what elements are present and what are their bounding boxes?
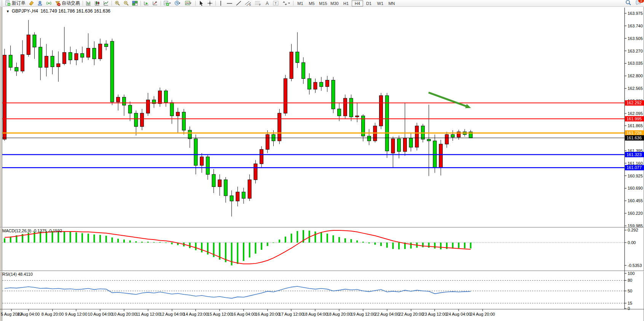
- signals-icon: [46, 0, 52, 6]
- svg-text:161.865: 161.865: [628, 123, 643, 128]
- zoom-in-button[interactable]: [113, 0, 122, 6]
- svg-text:100: 100: [628, 271, 634, 276]
- ohlc-values: 161.749 161.786 161.636 161.636: [41, 8, 111, 14]
- objects-list-icon: [152, 0, 158, 6]
- svg-text:161.995: 161.995: [626, 117, 642, 121]
- timeframe-H4[interactable]: H4: [352, 0, 363, 6]
- svg-text:163.270: 163.270: [628, 49, 643, 53]
- svg-text:F: F: [259, 3, 261, 6]
- timeframe-bar: M1M5M15M30H1H4D1W1MN: [295, 0, 397, 6]
- market-watch-button[interactable]: [36, 0, 45, 6]
- notification-badge: 1: [638, 0, 644, 3]
- svg-text:0.00: 0.00: [628, 240, 636, 245]
- tile-windows-button[interactable]: [131, 0, 139, 6]
- zoom-out-icon: [123, 0, 129, 6]
- fibonacci-icon: F: [255, 0, 261, 6]
- svg-text:160.455: 160.455: [628, 198, 643, 203]
- svg-text:163.035: 163.035: [628, 61, 643, 65]
- timeframe-M1[interactable]: M1: [295, 0, 306, 6]
- trendline-button[interactable]: [234, 0, 243, 6]
- svg-text:E: E: [249, 3, 251, 6]
- svg-text:163.740: 163.740: [628, 24, 643, 28]
- zoom-in-icon: [115, 0, 120, 6]
- vertical-line-button[interactable]: [217, 0, 225, 6]
- svg-text:A: A: [266, 1, 269, 6]
- template-icon: [185, 0, 193, 6]
- svg-text:163.975: 163.975: [628, 11, 643, 16]
- svg-text:22 Aug 04:00: 22 Aug 04:00: [375, 312, 400, 316]
- crosshair-icon: [207, 0, 213, 6]
- arrows-dropdown[interactable]: [281, 0, 292, 6]
- timeframe-M30[interactable]: M30: [329, 0, 340, 6]
- trendline-icon: [236, 0, 242, 6]
- new-chart-icon: [164, 0, 171, 6]
- svg-text:11 Aug 12:00: 11 Aug 12:00: [136, 312, 160, 316]
- autotrading-icon: [55, 0, 61, 6]
- svg-text:24 Aug 04:00: 24 Aug 04:00: [446, 312, 471, 316]
- templates-dropdown[interactable]: [183, 0, 194, 6]
- timeframe-D1[interactable]: D1: [363, 0, 375, 6]
- svg-text:15: 15: [628, 301, 632, 305]
- zoom-out-button[interactable]: [122, 0, 131, 6]
- svg-text:8 Aug 04:00: 8 Aug 04:00: [18, 312, 40, 316]
- signals-button[interactable]: [45, 0, 53, 6]
- svg-text:162.292: 162.292: [626, 101, 642, 105]
- svg-text:16 Aug 20:00: 16 Aug 20:00: [255, 312, 280, 316]
- timeframe-MN[interactable]: MN: [386, 0, 397, 6]
- market-watch-icon: [37, 0, 43, 6]
- svg-text:161.160: 161.160: [628, 161, 643, 166]
- svg-text:22 Aug 20:00: 22 Aug 20:00: [399, 312, 424, 316]
- toolbar-grip[interactable]: [1, 1, 3, 6]
- svg-text:160.690: 160.690: [628, 186, 643, 190]
- new-chart-dropdown[interactable]: [162, 0, 173, 6]
- main-toolbar: 新订单 自动交易: [0, 0, 644, 7]
- svg-text:162.095: 162.095: [628, 111, 643, 116]
- periods-dropdown[interactable]: [173, 0, 183, 6]
- candlestick-chart-button[interactable]: [93, 0, 102, 6]
- svg-text:23 Aug 12:00: 23 Aug 12:00: [422, 312, 447, 316]
- objects-list-button[interactable]: [151, 0, 159, 6]
- svg-text:18 Aug 20:00: 18 Aug 20:00: [327, 312, 352, 316]
- crosshair-button[interactable]: [206, 0, 214, 6]
- line-chart-icon: [103, 0, 109, 6]
- timeframe-M5[interactable]: M5: [306, 0, 317, 6]
- quotes-button[interactable]: [27, 0, 36, 6]
- text-label-button[interactable]: T: [271, 0, 281, 6]
- text-button[interactable]: A: [263, 0, 271, 6]
- timeframe-W1[interactable]: W1: [375, 0, 386, 6]
- svg-text:160.925: 160.925: [628, 174, 643, 178]
- equidistant-channel-button[interactable]: E: [243, 0, 253, 6]
- line-chart-button[interactable]: [102, 0, 110, 6]
- timeframe-H1[interactable]: H1: [340, 0, 352, 6]
- autotrading-button[interactable]: 自动交易: [53, 0, 81, 6]
- cursor-icon: [198, 0, 204, 6]
- collapse-arrow-icon[interactable]: ▼: [6, 10, 10, 13]
- horizontal-line-button[interactable]: [225, 0, 234, 6]
- timeframe-M15[interactable]: M15: [317, 0, 329, 6]
- vertical-line-icon: [218, 0, 223, 6]
- new-order-icon: [5, 0, 11, 6]
- search-icon[interactable]: [625, 0, 631, 7]
- svg-text:19 Aug 12:00: 19 Aug 12:00: [351, 312, 376, 316]
- horizontal-line-icon: [226, 0, 233, 6]
- svg-text:15 Aug 12:00: 15 Aug 12:00: [207, 312, 232, 316]
- indicators-icon: [143, 0, 149, 6]
- chart-title: ▼GBPJPY-,H4 161.749 161.786 161.636 161.…: [6, 8, 110, 14]
- tile-windows-icon: [132, 0, 138, 6]
- new-order-button[interactable]: 新订单: [3, 0, 27, 6]
- svg-text:8 Aug 20:00: 8 Aug 20:00: [41, 312, 64, 316]
- notifications-button[interactable]: 1: [635, 0, 642, 7]
- equidistant-channel-icon: E: [245, 0, 252, 6]
- svg-text:161.323: 161.323: [626, 152, 642, 157]
- svg-text:18 Aug 04:00: 18 Aug 04:00: [303, 312, 328, 316]
- text-label-icon: T: [273, 0, 279, 6]
- autotrading-label: 自动交易: [62, 0, 80, 6]
- indicators-button[interactable]: [142, 0, 151, 6]
- fibonacci-button[interactable]: F: [253, 0, 263, 6]
- cursor-button[interactable]: [197, 0, 206, 6]
- text-icon: A: [265, 0, 270, 6]
- svg-text:16 Aug 04:00: 16 Aug 04:00: [231, 312, 256, 316]
- chart-canvas[interactable]: 163.975163.740163.505163.270163.035162.8…: [0, 0, 644, 321]
- clock-icon: [174, 0, 182, 6]
- bar-chart-button[interactable]: [84, 0, 93, 6]
